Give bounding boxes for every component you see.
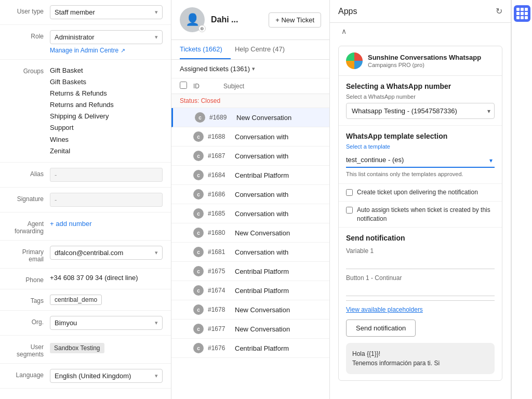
signature-value[interactable]: - — [50, 193, 163, 207]
phone-label: Phone — [8, 274, 50, 284]
auto-assign-label: Auto assign tickets when ticket is creat… — [357, 206, 495, 223]
apps-title: Apps — [338, 7, 496, 16]
table-row[interactable]: c #1680 New Conversation — [171, 223, 329, 243]
table-row[interactable]: c #1687 Conversation with — [171, 147, 329, 166]
alias-value[interactable]: - — [50, 168, 163, 182]
template-selection-section: WhatsApp template selection Select a tem… — [339, 126, 502, 184]
table-row[interactable]: c #1678 New Conversation — [171, 300, 329, 320]
user-type-dropdown[interactable]: Staff member ▾ — [50, 5, 163, 19]
table-row[interactable]: c #1685 Conversation with — [171, 204, 329, 223]
user-type-row: User type Staff member ▾ — [0, 0, 171, 25]
user-segments-label: Usersegments — [8, 341, 50, 358]
add-number-link[interactable]: + add number — [50, 220, 92, 228]
chevron-down-icon: ▾ — [155, 9, 158, 16]
tags-row: Tags centribal_demo — [0, 289, 171, 311]
table-row[interactable]: c #1674 Centribal Platform — [171, 281, 329, 300]
chevron-down-icon: ▾ — [155, 373, 158, 379]
signature-label: Signature — [8, 193, 50, 203]
tickets-table: c #1689 New Conversation c #1688 Convers… — [171, 108, 329, 399]
chevron-down-icon: ▾ — [252, 65, 255, 72]
manage-admin-centre-link[interactable]: Manage in Admin Centre — [50, 47, 118, 54]
new-ticket-button[interactable]: + New Ticket — [269, 12, 321, 28]
send-notification-section: Send notification Variable 1 Button 1 - … — [339, 228, 502, 343]
table-row[interactable]: c #1675 Centribal Platform — [171, 262, 329, 281]
table-row[interactable]: c #1676 Centribal Platform — [171, 339, 329, 358]
create-ticket-checkbox-row: Create ticket upon delivering the notifi… — [339, 184, 502, 202]
profile-name: Dahi ... — [211, 15, 238, 24]
tabs-row: Tickets (1662) Help Centre (47) — [171, 40, 329, 60]
whatsapp-number-title: Selecting a WhatsApp number — [346, 82, 495, 90]
status-value: Closed — [201, 97, 220, 104]
preview-text: Hola {{1}}!Tenemos información para ti. … — [352, 349, 488, 368]
id-column-header: ID — [193, 83, 219, 90]
phone-row: Phone +34 608 37 09 34 (direct line) — [0, 269, 171, 289]
auto-assign-checkbox[interactable] — [346, 207, 353, 214]
grid-icon — [516, 8, 528, 19]
tab-help-centre[interactable]: Help Centre (47) — [235, 40, 293, 59]
view-placeholders-link[interactable]: View available placeholders — [346, 306, 495, 313]
alias-label: Alias — [8, 168, 50, 178]
agent-forwarding-row: Agentforwarding + add number — [0, 212, 171, 241]
table-row[interactable]: c #1681 Conversation with — [171, 243, 329, 262]
tags-label: Tags — [8, 295, 50, 304]
table-row[interactable]: c #1688 Conversation with — [171, 127, 329, 147]
table-row[interactable]: c #1689 New Conversation — [171, 108, 329, 127]
create-ticket-checkbox[interactable] — [346, 189, 353, 196]
variable1-input[interactable] — [346, 257, 495, 269]
ticket-status-badge: c — [193, 266, 204, 276]
button1-label: Button 1 - Continuar — [346, 274, 495, 282]
user-type-label: User type — [8, 5, 50, 15]
middle-panel: 👤 ⊕ Dahi ... + New Ticket Tickets (1662)… — [171, 0, 330, 399]
auto-assign-checkbox-row: Auto assign tickets when ticket is creat… — [339, 202, 502, 228]
app-card: Sunshine Conversations Whatsapp Campaign… — [338, 46, 502, 381]
ticket-status-badge: c — [195, 112, 205, 123]
org-dropdown[interactable]: Bimyou ▾ — [50, 316, 163, 330]
ticket-status-badge: c — [193, 189, 204, 200]
template-selection-subtitle: Select a template — [346, 143, 495, 150]
tab-tickets[interactable]: Tickets (1662) — [180, 40, 231, 59]
refresh-button[interactable]: ↻ — [496, 6, 502, 16]
language-dropdown[interactable]: English (United Kingdom) ▾ — [50, 369, 163, 383]
send-notification-button[interactable]: Send notification — [346, 320, 416, 337]
apps-panel: Apps ↻ ∧ Sunshine Conversations Whatsapp… — [330, 0, 511, 399]
language-row: Language English (United Kingdom) ▾ — [0, 364, 171, 389]
send-notification-title: Send notification — [346, 234, 495, 242]
variable1-label: Variable 1 — [346, 247, 495, 255]
table-row[interactable]: c #1684 Centribal Platform — [171, 166, 329, 185]
app-name-line1: Sunshine Conversations Whatsapp — [368, 54, 481, 62]
chevron-down-icon: ▾ — [155, 34, 158, 41]
button1-input[interactable] — [346, 284, 495, 296]
subject-column-header: Subject — [223, 83, 321, 90]
apps-grid-button[interactable] — [514, 5, 530, 22]
whatsapp-number-section: Selecting a WhatsApp number Select a Wha… — [339, 76, 502, 126]
role-label: Role — [8, 30, 50, 40]
template-input[interactable] — [346, 153, 495, 168]
signature-row: Signature - — [0, 188, 171, 212]
org-row: Org. Bimyou ▾ — [0, 311, 171, 336]
whatsapp-number-select[interactable]: Whatsapp Testing - (19547587336) — [346, 103, 495, 119]
user-segments-row: Usersegments Sandbox Testing — [0, 336, 171, 364]
primary-email-label: Primaryemail — [8, 246, 50, 263]
left-panel: User type Staff member ▾ Role Administra… — [0, 0, 171, 399]
phone-value: +34 608 37 09 34 (direct line) — [50, 274, 163, 282]
avatar-badge: ⊕ — [198, 25, 206, 32]
status-bar: Status: Closed — [171, 94, 329, 108]
create-ticket-label: Create ticket upon delivering the notifi… — [357, 188, 478, 197]
chevron-down-icon: ▾ — [155, 249, 158, 256]
collapse-button[interactable]: ∧ — [337, 25, 351, 37]
agent-forwarding-label: Agentforwarding — [8, 218, 50, 235]
select-all-checkbox[interactable] — [180, 82, 187, 89]
table-row[interactable]: c #1686 Conversation with — [171, 185, 329, 204]
ticket-status-badge: c — [193, 131, 204, 142]
groups-label: Groups — [8, 65, 50, 75]
primary-email-dropdown[interactable]: dfalcon@centribal.com ▾ — [50, 246, 163, 260]
preview-card: Hola {{1}}!Tenemos información para ti. … — [346, 343, 495, 374]
table-header: ID Subject — [171, 78, 329, 94]
alias-row: Alias - — [0, 163, 171, 188]
role-dropdown[interactable]: Administrator ▾ — [50, 30, 163, 44]
table-row[interactable]: c #1677 New Conversation — [171, 320, 329, 339]
ticket-status-badge: c — [193, 324, 204, 334]
whatsapp-number-subtitle: Select a WhatsApp number — [346, 94, 495, 100]
apps-header: Apps ↻ — [330, 0, 511, 23]
template-input-wrap: ▾ — [346, 153, 495, 168]
